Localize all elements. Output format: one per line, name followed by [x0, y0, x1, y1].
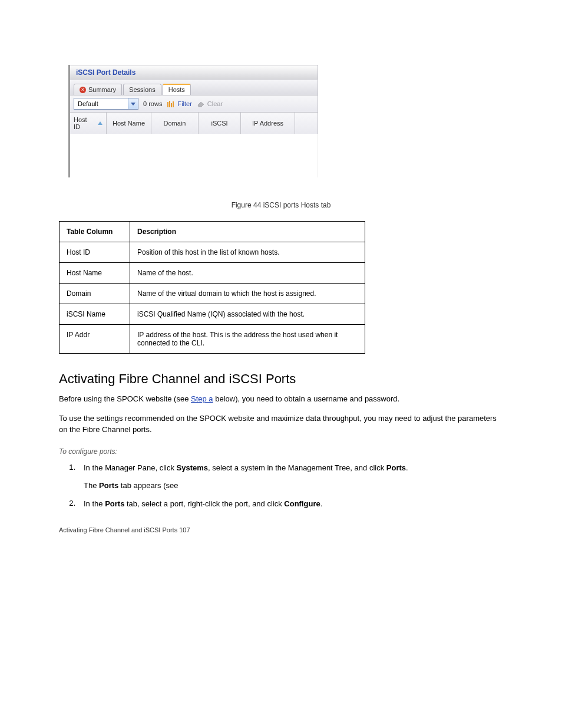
table-row: iSCSI Name iSCSI Qualified Name (IQN) as…	[59, 304, 365, 325]
th-column: Table Column	[59, 222, 130, 242]
col-host-name[interactable]: Host Name	[107, 113, 151, 134]
tab-sessions[interactable]: Sessions	[123, 84, 161, 95]
table-body-empty	[70, 134, 318, 177]
td-desc: IP address of the host. This is the addr…	[130, 325, 365, 354]
td-desc: Position of this host in the list of kno…	[130, 242, 365, 263]
col-iscsi[interactable]: iSCSI	[199, 113, 241, 134]
figure-caption: Figure 44 iSCSI ports Hosts tab	[59, 201, 503, 209]
page-footer: Activating Fibre Channel and iSCSI Ports…	[59, 526, 503, 533]
sort-asc-icon	[98, 121, 103, 125]
svg-rect-0	[167, 102, 168, 107]
dropdown-value: Default	[74, 100, 128, 107]
panel-title: iSCSI Port Details	[70, 65, 318, 80]
close-icon[interactable]: ×	[80, 87, 86, 93]
td-term: IP Addr	[59, 325, 130, 354]
definition-table: Table Column Description Host ID Positio…	[59, 221, 365, 354]
filter-icon	[167, 100, 175, 107]
table-header-row: Table Column Description	[59, 222, 365, 242]
col-spacer	[295, 113, 318, 134]
svg-rect-2	[171, 103, 172, 107]
svg-rect-3	[173, 101, 174, 107]
link-step-a[interactable]: Step a	[191, 394, 213, 403]
td-term: Host Name	[59, 263, 130, 284]
clear-button[interactable]: Clear	[197, 100, 223, 107]
col-domain[interactable]: Domain	[151, 113, 199, 134]
rows-count: 0 rows	[143, 100, 162, 107]
tab-summary[interactable]: × Summary	[74, 84, 122, 95]
screenshot-panel: iSCSI Port Details × Summary Sessions Ho…	[68, 65, 318, 177]
td-desc: Name of the virtual domain to which the …	[130, 284, 365, 304]
td-desc: iSCSI Qualified Name (IQN) associated wi…	[130, 304, 365, 325]
td-term: Host ID	[59, 242, 130, 263]
filter-toolbar: Default 0 rows Filter	[70, 95, 318, 112]
clear-label: Clear	[207, 100, 223, 107]
step-2: 2. In the Ports tab, select a port, righ…	[59, 499, 503, 510]
table-row: IP Addr IP address of the host. This is …	[59, 325, 365, 354]
eraser-icon	[197, 100, 205, 107]
table-row: Host ID Position of this host in the lis…	[59, 242, 365, 263]
th-description: Description	[130, 222, 365, 242]
steps-label: To configure ports:	[59, 447, 503, 456]
tab-hosts[interactable]: Hosts	[163, 84, 191, 95]
step-body: In the Manager Pane, click Systems, sele…	[84, 463, 408, 474]
tab-label: Hosts	[168, 86, 185, 93]
step-1-note: The Ports tab appears (see	[84, 480, 503, 492]
step-1: 1. In the Manager Pane, click Systems, s…	[59, 463, 503, 474]
tabstrip: × Summary Sessions Hosts	[70, 80, 318, 95]
column-headers: Host ID Host Name Domain iSCSI IP Addres…	[70, 112, 318, 134]
filter-button[interactable]: Filter	[167, 100, 191, 107]
td-desc: Name of the host.	[130, 263, 365, 284]
td-term: iSCSI Name	[59, 304, 130, 325]
table-row: Domain Name of the virtual domain to whi…	[59, 284, 365, 304]
filter-label: Filter	[177, 100, 191, 107]
chevron-down-icon[interactable]	[128, 98, 138, 109]
step-number: 1.	[59, 463, 84, 474]
section-heading: Activating Fibre Channel and iSCSI Ports	[59, 371, 503, 387]
col-ip-address[interactable]: IP Address	[241, 113, 295, 134]
col-host-id[interactable]: Host ID	[70, 113, 107, 134]
view-dropdown[interactable]: Default	[74, 98, 138, 110]
paragraph: To use the settings recommended on the S…	[59, 413, 503, 436]
tab-label: Sessions	[129, 86, 156, 93]
td-term: Domain	[59, 284, 130, 304]
tab-label: Summary	[88, 86, 116, 93]
table-row: Host Name Name of the host.	[59, 263, 365, 284]
step-number: 2.	[59, 499, 84, 510]
svg-rect-1	[169, 101, 170, 107]
step-body: In the Ports tab, select a port, right-c…	[84, 499, 322, 510]
paragraph: Before using the SPOCK website (see Step…	[59, 394, 503, 405]
